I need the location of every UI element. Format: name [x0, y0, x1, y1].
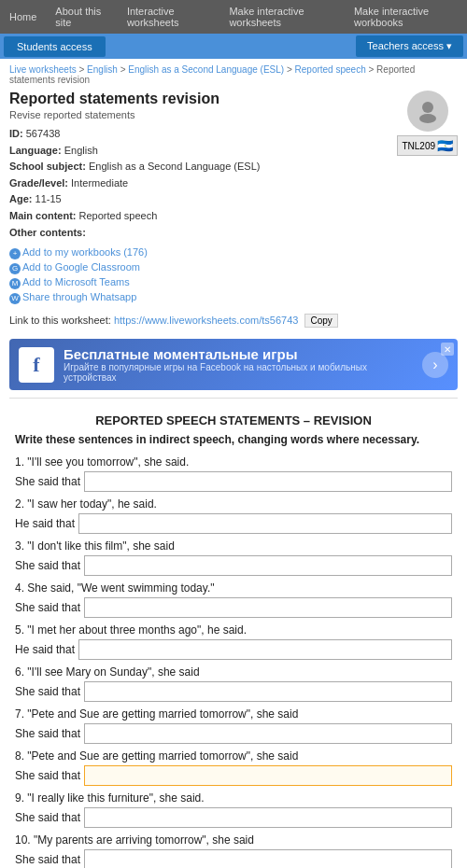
teachers-access-button[interactable]: Teachers access ▾ [356, 35, 463, 57]
subject-label: School subject: [9, 161, 86, 172]
answer-input[interactable] [78, 639, 452, 660]
answer-input[interactable] [84, 807, 452, 828]
answer-label: She said that [15, 853, 80, 866]
answer-row: She said that [15, 555, 452, 576]
question-item: 4. She said, "We went swimming today."Sh… [15, 581, 452, 618]
other-contents-label: Other contents: [9, 227, 86, 238]
question-text: 2. "I saw her today", he said. [15, 497, 452, 511]
answer-input[interactable] [78, 513, 452, 534]
question-item: 1. "I'll see you tomorrow", she said.She… [15, 455, 452, 492]
answer-input[interactable] [84, 723, 452, 744]
answer-input[interactable] [84, 849, 452, 868]
id-label: ID: [9, 128, 23, 139]
header-left: Reported statements revision Revise repo… [9, 91, 260, 241]
add-teams-icon: M [9, 278, 21, 289]
question-text: 8. "Pete and Sue are getting married tom… [15, 749, 452, 763]
breadcrumb-esl[interactable]: English as a Second Language (ESL) [128, 64, 284, 75]
copy-link-button[interactable]: Copy [304, 314, 337, 328]
answer-input[interactable] [84, 765, 452, 786]
page-title: Reported statements revision [9, 91, 260, 107]
answer-row: She said that [15, 597, 452, 618]
nav-make-workbooks[interactable]: Make interactive workbooks [345, 0, 467, 34]
answer-input[interactable] [84, 471, 452, 492]
answer-label: She said that [15, 727, 80, 740]
question-text: 7. "Pete and Sue are getting married tom… [15, 707, 452, 721]
worksheet-url[interactable]: https://www.liveworksheets.com/ts56743 [114, 315, 298, 326]
second-navigation: Students access Teachers access ▾ [0, 34, 467, 59]
question-item: 5. "I met her about three months ago", h… [15, 623, 452, 660]
question-text: 3. "I don't like this film", she said [15, 539, 452, 553]
ad-close-button[interactable]: ✕ [441, 343, 454, 356]
add-workbooks-icon: + [9, 248, 21, 259]
answer-row: She said that [15, 807, 452, 828]
main-content-label: Main content: [9, 210, 77, 221]
question-item: 3. "I don't like this film", she saidShe… [15, 539, 452, 576]
main-content-value: Reported speech [79, 210, 158, 221]
question-text: 6. "I'll see Mary on Sunday", she said [15, 665, 452, 679]
answer-label: She said that [15, 769, 80, 782]
breadcrumb-english[interactable]: English [87, 64, 118, 75]
nav-interactive-worksheets[interactable]: Interactive worksheets [118, 0, 220, 34]
answer-row: He said that [15, 639, 452, 660]
meta-info: ID: 567438 Language: English School subj… [9, 126, 260, 241]
question-item: 6. "I'll see Mary on Sunday", she saidSh… [15, 665, 452, 702]
top-navigation: Home About this site Interactive workshe… [0, 0, 467, 34]
add-workbooks-link[interactable]: Add to my workbooks (176) [22, 246, 148, 258]
question-item: 10. "My parents are arriving tomorrow", … [15, 833, 452, 868]
add-classroom-icon: G [9, 263, 21, 274]
share-whatsapp-icon: W [9, 293, 21, 304]
answer-row: She said that [15, 723, 452, 744]
breadcrumb-reported-speech[interactable]: Reported speech [295, 64, 366, 75]
answer-label: She said that [15, 811, 80, 824]
header-right: TNL209 🇳🇮 [397, 91, 458, 156]
age-label: Age: [9, 193, 32, 204]
answer-row: She said that [15, 471, 452, 492]
worksheet-link-row: Link to this worksheet: https://www.live… [0, 310, 467, 331]
breadcrumb: Live worksheets > English > English as a… [0, 59, 467, 87]
question-text: 9. "I really like this furniture", she s… [15, 791, 452, 805]
answer-label: She said that [15, 685, 80, 698]
language-value: English [64, 145, 98, 156]
students-access-button[interactable]: Students access [4, 36, 106, 57]
svg-point-0 [422, 102, 433, 113]
answer-label: He said that [15, 643, 75, 656]
worksheet-content: REPORTED SPEECH STATEMENTS – REVISION Wr… [0, 406, 467, 868]
nav-home[interactable]: Home [0, 6, 46, 28]
answer-input[interactable] [84, 555, 452, 576]
question-item: 7. "Pete and Sue are getting married tom… [15, 707, 452, 744]
question-item: 9. "I really like this furniture", she s… [15, 791, 452, 828]
worksheet-title: REPORTED SPEECH STATEMENTS – REVISION [15, 413, 452, 427]
question-item: 2. "I saw her today", he said.He said th… [15, 497, 452, 534]
answer-input[interactable] [84, 681, 452, 702]
share-whatsapp-link[interactable]: Share through Whatsapp [22, 291, 136, 302]
answer-row: She said that [15, 849, 452, 868]
worksheet-link-label: Link to this worksheet: [9, 315, 111, 326]
answer-label: She said that [15, 559, 80, 572]
answer-label: She said that [15, 475, 80, 488]
grade-label: Grade/level: [9, 177, 68, 189]
answer-row: He said that [15, 513, 452, 534]
svg-point-1 [419, 114, 436, 123]
breadcrumb-live-worksheets[interactable]: Live worksheets [9, 64, 77, 75]
page-subtitle: Revise reported statements [9, 109, 260, 120]
nav-about[interactable]: About this site [46, 0, 118, 34]
question-text: 5. "I met her about three months ago", h… [15, 623, 452, 637]
ad-subtitle: Играйте в популярные игры на Facebook на… [64, 362, 413, 383]
grade-value: Intermediate [71, 177, 128, 189]
user-tag: TNL209 🇳🇮 [397, 135, 458, 156]
answer-label: She said that [15, 601, 80, 614]
ad-title: Бесплатные моментальные игры [64, 346, 413, 362]
question-item: 8. "Pete and Sue are getting married tom… [15, 749, 452, 786]
answer-input[interactable] [84, 597, 452, 618]
user-flag: 🇳🇮 [437, 138, 453, 153]
ad-banner: f Бесплатные моментальные игры Играйте в… [9, 339, 458, 390]
content-divider [9, 398, 458, 399]
ad-text: Бесплатные моментальные игры Играйте в п… [64, 346, 413, 383]
nav-make-worksheets[interactable]: Make interactive worksheets [219, 0, 345, 34]
add-teams-link[interactable]: Add to Microsoft Teams [22, 276, 130, 287]
question-text: 10. "My parents are arriving tomorrow", … [15, 833, 452, 847]
answer-label: He said that [15, 517, 75, 530]
id-value: 567438 [26, 128, 61, 139]
subject-value: English as a Second Language (ESL) [89, 161, 260, 172]
add-classroom-link[interactable]: Add to Google Classroom [22, 261, 140, 273]
